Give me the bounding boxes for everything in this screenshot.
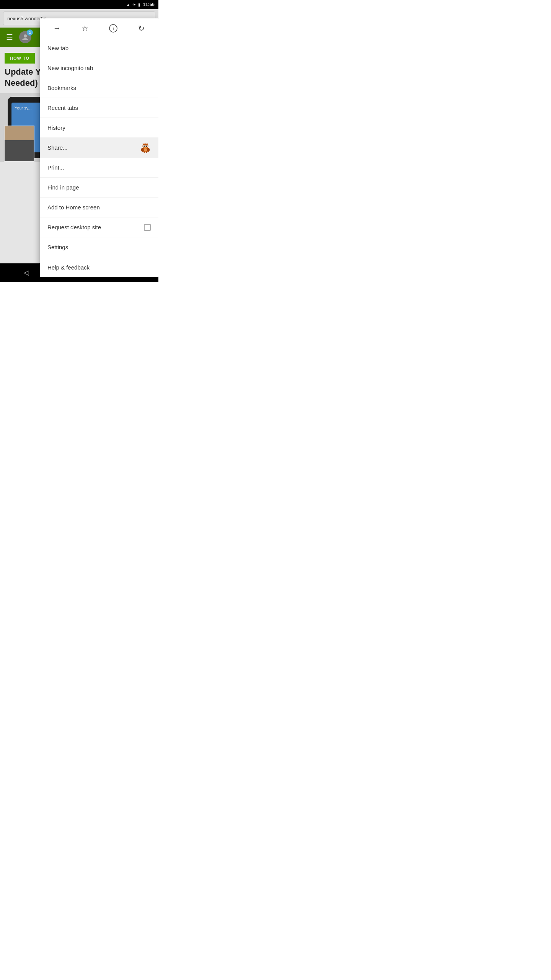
- menu-item-settings[interactable]: Settings: [40, 237, 158, 257]
- menu-item-share[interactable]: Share...: [40, 138, 158, 158]
- menu-toolbar: → ☆ i ↻: [40, 18, 158, 38]
- menu-item-history[interactable]: History: [40, 118, 158, 138]
- dropdown-menu: → ☆ i ↻ New tab New incognito tab Bookma…: [40, 18, 158, 277]
- svg-marker-6: [147, 143, 148, 144]
- svg-marker-5: [142, 143, 144, 144]
- menu-item-find-in-page[interactable]: Find in page: [40, 178, 158, 198]
- menu-item-help-feedback[interactable]: Help & feedback: [40, 257, 158, 277]
- svg-point-10: [143, 145, 145, 147]
- menu-item-add-to-home[interactable]: Add to Home screen: [40, 198, 158, 217]
- svg-text:i: i: [112, 26, 114, 31]
- owl-icon: [140, 142, 151, 153]
- menu-item-bookmarks[interactable]: Bookmarks: [40, 78, 158, 98]
- menu-item-request-desktop[interactable]: Request desktop site: [40, 217, 158, 237]
- menu-item-new-tab[interactable]: New tab: [40, 38, 158, 58]
- menu-item-new-incognito-tab[interactable]: New incognito tab: [40, 58, 158, 78]
- bookmark-button[interactable]: ☆: [77, 20, 93, 37]
- svg-point-15: [143, 148, 147, 151]
- info-icon: i: [109, 24, 117, 33]
- svg-point-13: [147, 145, 147, 146]
- forward-button[interactable]: →: [49, 20, 65, 37]
- checkbox-container: [144, 224, 151, 231]
- info-button[interactable]: i: [105, 20, 122, 37]
- share-icon-container: [140, 142, 151, 153]
- svg-point-11: [146, 145, 147, 147]
- svg-point-12: [144, 145, 145, 146]
- desktop-site-checkbox[interactable]: [144, 224, 151, 231]
- reload-button[interactable]: ↻: [133, 20, 150, 37]
- menu-item-recent-tabs[interactable]: Recent tabs: [40, 98, 158, 118]
- menu-item-print[interactable]: Print...: [40, 158, 158, 178]
